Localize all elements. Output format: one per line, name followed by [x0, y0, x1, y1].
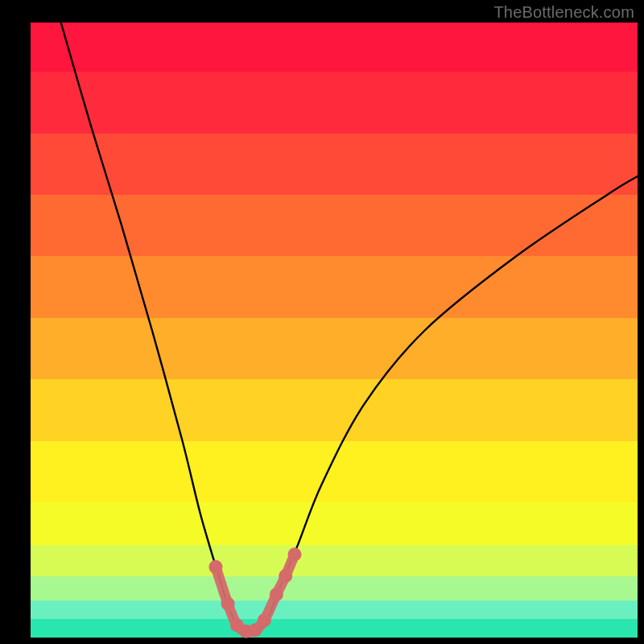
highlight-dot	[270, 588, 283, 601]
highlight-dot	[221, 597, 235, 610]
highlight-dot	[208, 560, 222, 574]
gradient-background	[31, 23, 638, 638]
chart-frame: TheBottleneck.com	[0, 0, 644, 644]
highlight-dot	[279, 569, 292, 583]
bottleneck-chart	[0, 0, 644, 644]
highlight-dot	[258, 613, 271, 627]
highlight-dot	[287, 547, 301, 561]
watermark-text: TheBottleneck.com	[493, 3, 634, 22]
